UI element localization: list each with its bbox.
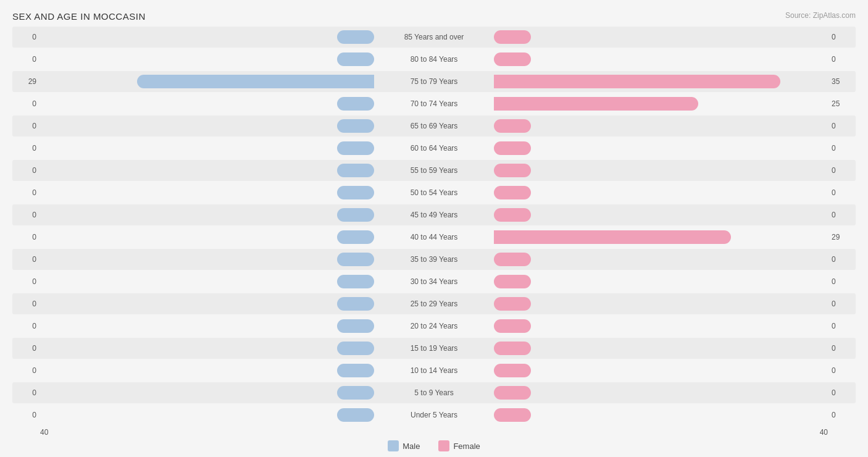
female-bar-container <box>493 52 828 66</box>
axis-labels: 40 40 <box>12 428 856 437</box>
right-value: 0 <box>828 255 856 264</box>
left-value: 0 <box>12 144 40 153</box>
right-value: 35 <box>828 77 856 86</box>
right-value: 0 <box>828 188 856 197</box>
chart-title: SEX AND AGE IN MOCCASIN <box>12 11 856 22</box>
right-value: 0 <box>828 344 856 353</box>
female-bar-container <box>493 364 828 377</box>
left-value: 0 <box>12 55 40 64</box>
male-bar-container <box>40 75 375 88</box>
left-value: 29 <box>12 77 40 86</box>
male-bar-container <box>40 297 375 311</box>
female-bar <box>494 297 531 311</box>
female-bar <box>494 164 531 177</box>
age-label: 80 to 84 Years <box>375 55 493 64</box>
left-value: 0 <box>12 388 40 397</box>
chart-row: 0 50 to 54 Years 0 <box>12 182 856 203</box>
male-bar <box>337 141 374 155</box>
chart-row: 0 40 to 44 Years 29 <box>12 227 856 248</box>
male-bar-container <box>40 97 375 111</box>
bar-area: 5 to 9 Years <box>40 382 828 403</box>
legend-area: Male Female <box>12 440 856 451</box>
female-bar <box>494 386 531 400</box>
right-value: 0 <box>828 300 856 308</box>
source-text: Source: ZipAtlas.com <box>785 11 856 20</box>
bar-area: 50 to 54 Years <box>40 182 828 203</box>
female-bar <box>494 342 531 355</box>
chart-row: 0 25 to 29 Years 0 <box>12 293 856 314</box>
female-bar <box>494 364 531 377</box>
chart-row: 0 35 to 39 Years 0 <box>12 249 856 270</box>
bar-area: 15 to 19 Years <box>40 338 828 359</box>
right-value: 0 <box>828 33 856 41</box>
bar-area: 25 to 29 Years <box>40 293 828 314</box>
male-bar-container <box>40 319 375 333</box>
female-bar <box>494 208 531 222</box>
left-value: 0 <box>12 166 40 175</box>
male-bar-container <box>40 364 375 377</box>
male-bar-container <box>40 52 375 66</box>
male-bar <box>337 230 374 244</box>
right-value: 0 <box>828 122 856 130</box>
age-label: 55 to 59 Years <box>375 166 493 175</box>
female-bar <box>494 186 531 199</box>
right-value: 0 <box>828 388 856 397</box>
left-value: 0 <box>12 366 40 375</box>
age-label: 10 to 14 Years <box>375 366 493 375</box>
right-value: 0 <box>828 166 856 175</box>
right-value: 0 <box>828 144 856 153</box>
bar-area: 10 to 14 Years <box>40 360 828 381</box>
age-label: 25 to 29 Years <box>375 300 493 308</box>
bar-area: 80 to 84 Years <box>40 49 828 70</box>
female-bar-container <box>493 275 828 288</box>
age-label: 70 to 74 Years <box>375 99 493 108</box>
left-value: 0 <box>12 99 40 108</box>
male-bar <box>337 253 374 266</box>
chart-row: 0 10 to 14 Years 0 <box>12 360 856 381</box>
female-bar <box>494 52 531 66</box>
age-label: 15 to 19 Years <box>375 344 493 353</box>
female-bar <box>494 230 731 244</box>
left-value: 0 <box>12 122 40 130</box>
male-bar-container <box>40 253 375 266</box>
age-label: 60 to 64 Years <box>375 144 493 153</box>
bar-area: Under 5 Years <box>40 405 828 426</box>
male-bar <box>337 297 374 311</box>
bar-area: 45 to 49 Years <box>40 204 828 225</box>
male-bar <box>337 386 374 400</box>
legend-male-box <box>388 440 399 451</box>
age-label: Under 5 Years <box>375 411 493 419</box>
male-bar <box>337 319 374 333</box>
age-label: 75 to 79 Years <box>375 77 493 86</box>
left-value: 0 <box>12 300 40 308</box>
female-bar <box>494 97 698 111</box>
female-bar-container <box>493 164 828 177</box>
age-label: 45 to 49 Years <box>375 211 493 219</box>
chart-row: 0 70 to 74 Years 25 <box>12 93 856 114</box>
legend-male: Male <box>388 440 420 451</box>
right-value: 0 <box>828 322 856 330</box>
male-bar <box>337 119 374 133</box>
legend-female: Female <box>438 440 480 451</box>
female-bar-container <box>493 208 828 222</box>
female-bar <box>494 141 531 155</box>
male-bar <box>337 364 374 377</box>
legend-male-label: Male <box>403 442 420 451</box>
right-value: 0 <box>828 366 856 375</box>
female-bar-container <box>493 230 828 244</box>
axis-right: 40 <box>820 428 828 437</box>
age-label: 40 to 44 Years <box>375 233 493 241</box>
left-value: 0 <box>12 411 40 419</box>
bar-area: 85 Years and over <box>40 27 828 48</box>
female-bar-container <box>493 297 828 311</box>
male-bar <box>337 186 374 199</box>
left-value: 0 <box>12 277 40 286</box>
bar-area: 75 to 79 Years <box>40 71 828 92</box>
right-value: 25 <box>828 99 856 108</box>
left-value: 0 <box>12 322 40 330</box>
female-bar-container <box>493 253 828 266</box>
bar-area: 65 to 69 Years <box>40 115 828 136</box>
male-bar <box>337 275 374 288</box>
chart-row: 0 55 to 59 Years 0 <box>12 160 856 181</box>
female-bar-container <box>493 30 828 44</box>
